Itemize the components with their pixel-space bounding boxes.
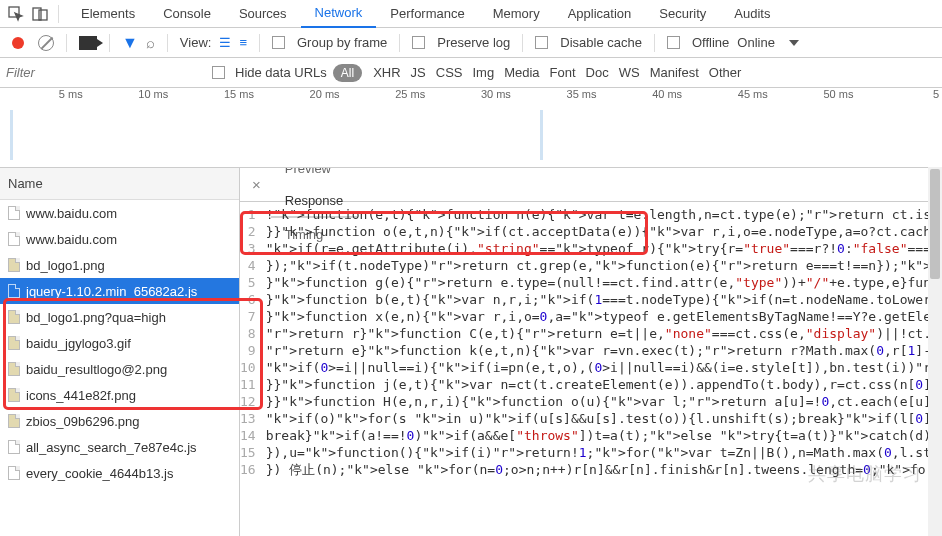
separator (654, 34, 655, 52)
online-select[interactable]: Online (737, 35, 775, 50)
line-number: 13 (240, 410, 256, 427)
detail-tab-preview[interactable]: Preview (271, 168, 358, 185)
filter-other[interactable]: Other (704, 65, 747, 80)
tab-console[interactable]: Console (149, 0, 225, 28)
timeline-tick: 40 ms (599, 88, 685, 100)
hide-data-checkbox[interactable] (212, 66, 225, 79)
inspect-icon[interactable] (6, 4, 26, 24)
timeline-tick: 50 ms (771, 88, 857, 100)
group-by-frame-checkbox[interactable] (272, 36, 285, 49)
filter-manifest[interactable]: Manifest (645, 65, 704, 80)
tab-elements[interactable]: Elements (67, 0, 149, 28)
tab-performance[interactable]: Performance (376, 0, 478, 28)
request-row[interactable]: www.baidu.com (0, 226, 239, 252)
main-panel: Name www.baidu.comwww.baidu.combd_logo1.… (0, 168, 942, 536)
filter-font[interactable]: Font (545, 65, 581, 80)
request-name: baidu_resultlogo@2.png (26, 362, 167, 377)
request-row[interactable]: all_async_search_7e87e4c.js (0, 434, 239, 460)
waterfall-icon[interactable]: ≡ (239, 35, 247, 50)
request-row[interactable]: baidu_resultlogo@2.png (0, 356, 239, 382)
line-number: 10 (240, 359, 256, 376)
filter-all[interactable]: All (333, 64, 362, 82)
line-number: 7 (240, 308, 256, 325)
filter-input[interactable] (6, 65, 206, 80)
separator (399, 34, 400, 52)
filter-js[interactable]: JS (406, 65, 431, 80)
code-line: }}"k">function H(e,n,r,i){"k">function o… (266, 393, 942, 410)
separator (259, 34, 260, 52)
name-column-header[interactable]: Name (0, 168, 239, 200)
timeline-tick: 30 ms (428, 88, 514, 100)
tab-sources[interactable]: Sources (225, 0, 301, 28)
timeline-tick: 25 ms (343, 88, 429, 100)
file-icon (8, 414, 20, 428)
code-line: "r">return e}"k">function k(e,t,n){"k">v… (266, 342, 942, 359)
request-row[interactable]: jquery-1.10.2.min_65682a2.js (0, 278, 239, 304)
code-line: "k">if(o)"k">for(s "k">in u)"k">if(u[s]&… (266, 410, 942, 427)
request-row[interactable]: www.baidu.com (0, 200, 239, 226)
code-line: "k">if(0>=i||null==i){"k">if(i=pn(e,t,o)… (266, 359, 942, 376)
file-icon (8, 206, 20, 220)
separator (109, 34, 110, 52)
chevron-down-icon[interactable] (789, 40, 799, 46)
request-row[interactable]: icons_441e82f.png (0, 382, 239, 408)
filter-xhr[interactable]: XHR (368, 65, 405, 80)
preserve-log-label: Preserve log (437, 35, 510, 50)
request-name: baidu_jgylogo3.gif (26, 336, 131, 351)
request-row[interactable]: every_cookie_4644b13.js (0, 460, 239, 486)
screenshot-icon[interactable] (79, 36, 97, 50)
detail-tabs: × HeadersPreviewResponseTiming (240, 168, 942, 202)
timeline-overview[interactable]: 5 ms10 ms15 ms20 ms25 ms30 ms35 ms40 ms4… (0, 88, 942, 168)
separator (167, 34, 168, 52)
tab-application[interactable]: Application (554, 0, 646, 28)
filter-ws[interactable]: WS (614, 65, 645, 80)
disable-cache-checkbox[interactable] (535, 36, 548, 49)
disable-cache-label: Disable cache (560, 35, 642, 50)
filter-css[interactable]: CSS (431, 65, 468, 80)
filter-media[interactable]: Media (499, 65, 544, 80)
file-icon (8, 388, 20, 402)
request-row[interactable]: zbios_09b6296.png (0, 408, 239, 434)
line-number: 2 (240, 223, 256, 240)
request-row[interactable]: bd_logo1.png (0, 252, 239, 278)
tab-network[interactable]: Network (301, 0, 377, 28)
devtools-tabs: ElementsConsoleSourcesNetworkPerformance… (67, 0, 784, 28)
scrollbar[interactable] (928, 167, 942, 536)
clear-icon[interactable] (38, 35, 54, 51)
code-line: }),u="k">function(){"k">if(i)"r">return!… (266, 444, 942, 461)
request-row[interactable]: bd_logo1.png?qua=high (0, 304, 239, 330)
record-button[interactable] (12, 37, 24, 49)
file-icon (8, 232, 20, 246)
svg-rect-2 (39, 10, 47, 20)
tab-security[interactable]: Security (645, 0, 720, 28)
request-name: all_async_search_7e87e4c.js (26, 440, 197, 455)
line-number: 9 (240, 342, 256, 359)
filter-img[interactable]: Img (467, 65, 499, 80)
offline-checkbox[interactable] (667, 36, 680, 49)
filter-bar: Hide data URLs All XHRJSCSSImgMediaFontD… (0, 58, 942, 88)
file-icon (8, 336, 20, 350)
preserve-log-checkbox[interactable] (412, 36, 425, 49)
response-body[interactable]: 12345678910111213141516 !"k">function(e,… (240, 202, 942, 536)
timeline-tick: 20 ms (257, 88, 343, 100)
main-toolbar: ElementsConsoleSourcesNetworkPerformance… (0, 0, 942, 28)
line-number: 14 (240, 427, 256, 444)
large-rows-icon[interactable]: ☰ (219, 35, 231, 50)
device-icon[interactable] (30, 4, 50, 24)
filter-icon[interactable]: ▼ (122, 34, 138, 52)
request-row[interactable]: baidu_jgylogo3.gif (0, 330, 239, 356)
tab-audits[interactable]: Audits (720, 0, 784, 28)
code-line: }"k">function x(e,n){"k">var r,i,o=0,a="… (266, 308, 942, 325)
close-icon[interactable]: × (244, 176, 269, 193)
tab-memory[interactable]: Memory (479, 0, 554, 28)
line-number: 5 (240, 274, 256, 291)
line-number: 12 (240, 393, 256, 410)
timeline-tick: 10 ms (86, 88, 172, 100)
line-number: 3 (240, 240, 256, 257)
separator (66, 34, 67, 52)
search-icon[interactable]: ⌕ (146, 34, 155, 51)
filter-doc[interactable]: Doc (581, 65, 614, 80)
line-number: 1 (240, 206, 256, 223)
code-line: "r">return r}"k">function C(e,t){"r">ret… (266, 325, 942, 342)
line-number: 4 (240, 257, 256, 274)
